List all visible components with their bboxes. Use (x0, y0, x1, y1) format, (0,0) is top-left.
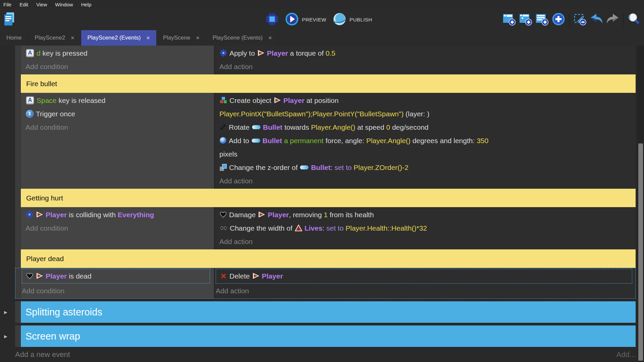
add-new-icon (552, 12, 565, 27)
condition[interactable]: 1Trigger once (25, 107, 211, 121)
condition[interactable]: Player is colliding with Everything (25, 208, 211, 222)
comment-row: Player dead (15, 249, 636, 268)
token: 350 (477, 137, 488, 144)
tab-home[interactable]: Home (0, 30, 28, 46)
comment-text[interactable]: Player dead (21, 249, 636, 268)
menu-file[interactable]: File (0, 0, 15, 9)
comment-text[interactable]: Fire bullet (21, 74, 636, 93)
token: towards (282, 123, 311, 131)
menu-help[interactable]: Help (77, 0, 96, 9)
add-condition-button[interactable]: Add condition (25, 222, 211, 235)
add-action-button[interactable]: Add action (216, 284, 633, 298)
row-drag-handle[interactable] (15, 249, 21, 268)
action[interactable]: Change the width of Lives: set to Player… (219, 222, 633, 235)
project-manager-button[interactable] (3, 12, 15, 28)
redo-button[interactable] (606, 13, 620, 27)
row-drag-handle[interactable] (15, 189, 21, 207)
group-title[interactable]: Splitting asteroids (21, 301, 636, 323)
preview-icon (285, 12, 299, 27)
physics-icon (220, 49, 227, 57)
token: force, angle: (324, 137, 366, 144)
add-new-event-button[interactable]: Add a new event (15, 350, 70, 359)
collapse-arrow-icon[interactable]: ▶ (4, 334, 7, 339)
tab-playscene2-events[interactable]: PlayScene2 (Events) × (81, 30, 157, 46)
tab-playscene2[interactable]: PlayScene2 × (28, 30, 81, 46)
row-drag-handle[interactable] (15, 325, 21, 347)
remove-selected-button[interactable] (573, 13, 587, 27)
token: key is released (57, 97, 106, 104)
row-drag-handle[interactable] (15, 207, 21, 249)
keyboard-icon: A (26, 49, 34, 57)
row-drag-handle[interactable] (15, 93, 21, 189)
undo-button[interactable] (589, 13, 603, 27)
add-new-button[interactable] (551, 13, 566, 27)
token: Player (268, 211, 289, 219)
condition[interactable]: Ad key is pressed (25, 47, 211, 60)
row-drag-handle[interactable] (15, 46, 21, 74)
undo-icon (589, 13, 603, 27)
menu-window[interactable]: Window (51, 0, 77, 9)
publish-button[interactable]: PUBLISH (332, 12, 372, 27)
comment-text[interactable]: Getting hurt (21, 189, 636, 207)
token: at speed (355, 123, 386, 131)
player-icon (258, 211, 265, 218)
row-drag-handle[interactable] (15, 74, 21, 93)
add-action-button[interactable]: Add action (219, 60, 633, 73)
close-icon[interactable]: × (268, 35, 272, 41)
add-condition-button[interactable]: Add condition (25, 121, 211, 134)
token: Player (46, 211, 67, 219)
bullet-icon (300, 165, 309, 170)
tab-playscene[interactable]: PlayScene × (157, 30, 206, 46)
player-icon (36, 273, 43, 279)
bullet-icon (252, 125, 261, 129)
tab-playscene-events[interactable]: PlayScene (Events) × (206, 30, 279, 46)
search-button[interactable] (627, 13, 641, 27)
preview-button[interactable]: PREVIEW (285, 12, 326, 27)
condition[interactable]: ASpace key is released (25, 94, 211, 107)
add-button[interactable]: Add... (616, 350, 636, 359)
comment-row: Fire bullet (15, 74, 636, 93)
action[interactable]: Create object Player at positionPlayer.P… (219, 94, 633, 121)
token: from its health (328, 211, 374, 219)
token: Player (262, 272, 283, 280)
add-action-button[interactable]: Add action (219, 235, 633, 248)
action[interactable]: Add to Bullet a permanent force, angle: … (219, 134, 633, 161)
add-condition-button[interactable]: Add condition (25, 60, 211, 73)
toolbar-separator (569, 14, 570, 26)
close-icon[interactable]: × (146, 35, 150, 41)
menu-view[interactable]: View (32, 0, 51, 9)
menu-edit[interactable]: Edit (15, 0, 32, 9)
zorder-icon (220, 164, 227, 171)
add-action-button[interactable]: Add action (219, 174, 633, 188)
project-manager-icon (3, 12, 15, 28)
vertical-scrollbar[interactable] (637, 46, 644, 362)
action[interactable]: Delete Player (220, 269, 631, 283)
token: 0.5 (326, 49, 335, 57)
condition[interactable]: Player is dead (26, 269, 208, 283)
token: is colliding with (67, 211, 118, 219)
debugger-button[interactable] (265, 12, 279, 27)
token: Player.PointX("BulletSpawn");Player.Poin… (219, 110, 404, 118)
action[interactable]: Apply to Player a torque of 0.5 (219, 47, 633, 60)
row-drag-handle[interactable] (15, 301, 21, 323)
action[interactable]: Change the z-order of Bullet: set to Pla… (219, 161, 633, 174)
add-subevent-icon (519, 12, 532, 27)
close-icon[interactable]: × (71, 35, 74, 41)
action[interactable]: Rotate Bullet towards Player.Angle() at … (219, 121, 633, 134)
collapse-arrow-icon[interactable]: ▶ (4, 310, 7, 315)
add-comment-button[interactable] (535, 13, 549, 27)
player-icon (36, 211, 43, 218)
close-icon[interactable]: × (196, 35, 200, 41)
publish-label: PUBLISH (350, 17, 372, 22)
selected-conditions-cell: Player is dead (22, 269, 210, 284)
add-subevent-button[interactable] (519, 13, 533, 27)
action[interactable]: Damage Player, removing 1 from its healt… (219, 208, 633, 222)
token: Change the width of (230, 224, 294, 232)
add-condition-button[interactable]: Add condition (22, 284, 211, 298)
add-event-button[interactable] (502, 13, 516, 27)
scrollbar-thumb[interactable] (638, 143, 643, 361)
token: Bullet (263, 137, 282, 144)
group-title[interactable]: Screen wrap (21, 325, 636, 347)
remove-selected-icon (573, 12, 587, 27)
row-drag-handle[interactable] (15, 268, 21, 299)
